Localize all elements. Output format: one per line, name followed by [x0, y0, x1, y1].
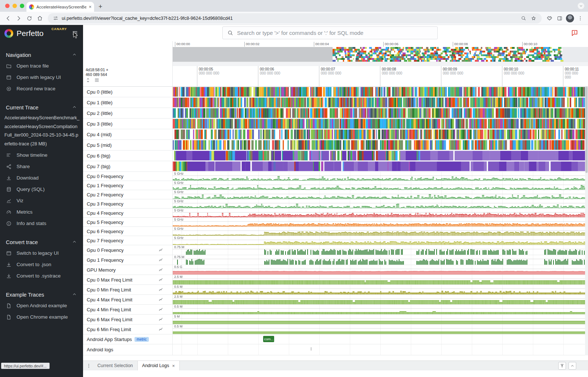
track-name[interactable]: GPU Memory: [83, 265, 173, 275]
sidebar-item-convert-to-json[interactable]: Convert to .json: [0, 259, 83, 270]
track-canvas[interactable]: [173, 87, 585, 97]
bookmark-star-icon[interactable]: [530, 14, 537, 23]
sidebar-item-viz[interactable]: Viz: [0, 195, 83, 206]
detail-tab-current-selection[interactable]: Current Selection: [93, 361, 137, 370]
track-name[interactable]: Cpu 6 Frequency: [83, 227, 173, 236]
chevron-up-icon[interactable]: [72, 104, 77, 111]
track-canvas[interactable]: [173, 245, 585, 255]
extensions-icon[interactable]: [545, 14, 554, 23]
sidebar-item-switch-to-legacy-ui[interactable]: Switch to legacy UI: [0, 247, 83, 259]
track-name[interactable]: Cpu 6 (big): [83, 151, 173, 161]
home-icon[interactable]: [35, 13, 45, 23]
track-canvas[interactable]: [173, 140, 585, 150]
section-header-current-trace[interactable]: Current Trace: [0, 102, 83, 113]
detail-tab-android-logs[interactable]: Android Logs×: [137, 361, 180, 370]
section-header-convert-trace[interactable]: Convert trace: [0, 237, 83, 247]
tab-close-icon[interactable]: ×: [172, 363, 175, 368]
track-name[interactable]: Cpu 3 (little): [83, 119, 173, 129]
section-header-example-traces[interactable]: Example Traces: [0, 290, 83, 300]
site-settings-icon[interactable]: [52, 14, 59, 23]
track-canvas[interactable]: [173, 151, 585, 161]
track-content[interactable]: 5 GHz: [173, 227, 585, 236]
track-name[interactable]: Cpu 2 Frequency: [83, 190, 173, 199]
overview-brush-strip[interactable]: [173, 62, 588, 66]
kebab-menu-icon[interactable]: [576, 14, 585, 23]
track-content[interactable]: 5 GHz: [173, 190, 585, 199]
track-content[interactable]: 5 GHz: [173, 209, 585, 217]
sidebar-item-open-with-legacy-ui[interactable]: Open with legacy UI: [0, 72, 83, 83]
url-text[interactable]: ui.perfetto.dev/#!/viewer?local_cache_ke…: [62, 16, 517, 21]
track-content[interactable]: 5 GHz: [173, 172, 585, 181]
collapse-panel-button[interactable]: [569, 362, 576, 370]
track-canvas[interactable]: [173, 305, 585, 314]
track-canvas[interactable]: [173, 161, 585, 171]
track-name[interactable]: Gpu 1 Frequency: [83, 255, 173, 265]
track-name[interactable]: Android App Startupsmetric: [83, 334, 173, 344]
track-content[interactable]: [173, 140, 585, 150]
expand-panel-button[interactable]: [558, 362, 566, 370]
track-canvas[interactable]: [173, 227, 585, 236]
track-name[interactable]: Cpu 0 (little): [83, 87, 173, 97]
profile-avatar[interactable]: [566, 14, 574, 22]
track-canvas[interactable]: [173, 255, 585, 265]
sidebar-item-share[interactable]: Share: [0, 161, 83, 172]
track-canvas[interactable]: [173, 285, 585, 294]
track-name[interactable]: Cpu 6 Min Freq Limit: [83, 325, 173, 334]
sidebar-item-metrics[interactable]: Metrics: [0, 206, 83, 218]
track-name[interactable]: Cpu 4 Min Freq Limit: [83, 305, 173, 314]
sidebar-item-open-trace-file[interactable]: Open trace file: [0, 60, 83, 72]
track-name[interactable]: Cpu 5 Frequency: [83, 218, 173, 226]
track-name[interactable]: Gpu 0 Frequency: [83, 245, 173, 255]
ruler-ticks[interactable]: 00:00:05000 000 00000:00:06000 000 00000…: [173, 66, 585, 86]
vertical-scrollbar[interactable]: [585, 87, 588, 355]
side-panel-icon[interactable]: [555, 14, 564, 23]
sidebar-item-show-timeline[interactable]: Show timeline: [0, 149, 83, 161]
track-name[interactable]: Cpu 3 Frequency: [83, 199, 173, 208]
track-canvas[interactable]: [173, 295, 585, 304]
panel-drag-handle-icon[interactable]: [86, 363, 92, 369]
track-canvas[interactable]: [173, 209, 585, 217]
hamburger-menu-icon[interactable]: [72, 30, 78, 38]
chevron-up-icon[interactable]: [72, 291, 77, 298]
track-content[interactable]: [173, 344, 585, 355]
minimize-window-button[interactable]: [12, 4, 17, 8]
track-canvas[interactable]: [173, 325, 585, 334]
track-content[interactable]: [173, 129, 585, 139]
metric-badge[interactable]: metric: [135, 337, 149, 342]
track-name[interactable]: Cpu 4 (mid): [83, 129, 173, 139]
track-name[interactable]: Cpu 1 Frequency: [83, 181, 173, 190]
track-content[interactable]: 5 GHz: [173, 236, 585, 245]
track-canvas[interactable]: [173, 218, 585, 226]
track-content[interactable]: 0.75 M: [173, 255, 585, 265]
track-content[interactable]: com...: [173, 334, 585, 344]
reload-icon[interactable]: [24, 13, 34, 23]
track-content[interactable]: 0.5 M: [173, 305, 585, 314]
track-content[interactable]: 0.75 M: [173, 245, 585, 255]
section-header-navigation[interactable]: Navigation: [0, 50, 83, 60]
track-content[interactable]: [173, 119, 585, 129]
track-content[interactable]: [173, 161, 585, 171]
unfold-tracks-icon[interactable]: [85, 77, 91, 84]
track-content[interactable]: 5 GHz: [173, 218, 585, 226]
track-content[interactable]: [173, 108, 585, 118]
url-bar[interactable]: ui.perfetto.dev/#!/viewer?local_cache_ke…: [48, 13, 542, 23]
track-content[interactable]: [173, 97, 585, 108]
back-icon[interactable]: [3, 13, 13, 23]
track-canvas[interactable]: [173, 199, 585, 208]
track-name[interactable]: Cpu 5 (mid): [83, 140, 173, 150]
track-content[interactable]: 0.5 G: [173, 265, 585, 275]
chevron-up-icon[interactable]: [72, 239, 77, 246]
track-canvas[interactable]: [173, 119, 585, 129]
track-canvas[interactable]: [173, 181, 585, 190]
track-canvas[interactable]: [173, 172, 585, 181]
close-window-button[interactable]: [5, 4, 10, 8]
scrollbar-thumb[interactable]: [585, 87, 588, 173]
sidebar-item-convert-to-systrace[interactable]: Convert to .systrace: [0, 270, 83, 282]
zoom-icon[interactable]: [520, 14, 527, 23]
track-canvas[interactable]: [173, 236, 585, 245]
sidebar-item-query-sql[interactable]: Query (SQL): [0, 184, 83, 195]
track-name[interactable]: Cpu 0 Frequency: [83, 172, 173, 181]
forward-icon[interactable]: [14, 13, 24, 23]
track-canvas[interactable]: [173, 315, 585, 324]
track-name[interactable]: Cpu 7 Frequency: [83, 236, 173, 245]
